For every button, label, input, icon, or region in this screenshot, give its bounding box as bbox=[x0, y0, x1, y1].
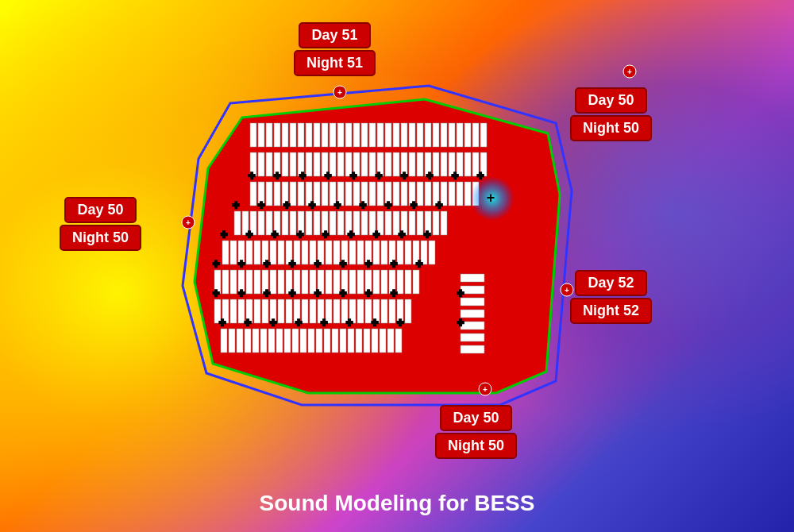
svg-rect-163 bbox=[349, 270, 356, 294]
svg-text:+: + bbox=[246, 228, 252, 241]
svg-rect-222 bbox=[461, 298, 484, 306]
svg-rect-26 bbox=[433, 123, 439, 147]
svg-rect-84 bbox=[417, 182, 423, 206]
svg-rect-129 bbox=[302, 241, 308, 264]
svg-text:+: + bbox=[483, 385, 488, 394]
right-night-label: Night 52 bbox=[570, 298, 652, 324]
svg-rect-6 bbox=[274, 123, 280, 147]
svg-rect-123 bbox=[254, 241, 260, 264]
svg-text:+: + bbox=[452, 169, 458, 182]
svg-text:+: + bbox=[627, 67, 632, 76]
svg-text:+: + bbox=[391, 257, 397, 270]
svg-rect-11 bbox=[314, 123, 320, 147]
svg-rect-57 bbox=[441, 152, 447, 176]
top-right-day-label: Day 50 bbox=[575, 87, 646, 114]
svg-rect-183 bbox=[302, 299, 308, 323]
svg-rect-35 bbox=[266, 152, 272, 176]
svg-rect-79 bbox=[377, 182, 384, 206]
svg-rect-75 bbox=[345, 182, 352, 206]
svg-text:+: + bbox=[401, 169, 407, 182]
svg-rect-218 bbox=[387, 329, 394, 353]
svg-rect-132 bbox=[326, 241, 332, 264]
svg-text:+: + bbox=[289, 287, 295, 299]
svg-text:+: + bbox=[373, 228, 380, 241]
svg-rect-120 bbox=[230, 241, 237, 264]
svg-text:+: + bbox=[264, 257, 270, 270]
svg-text:+: + bbox=[272, 228, 278, 241]
svg-rect-178 bbox=[262, 299, 268, 323]
svg-rect-82 bbox=[401, 182, 407, 206]
svg-text:+: + bbox=[314, 257, 321, 270]
svg-rect-208 bbox=[308, 329, 314, 353]
svg-rect-220 bbox=[461, 274, 484, 282]
svg-rect-56 bbox=[433, 152, 439, 176]
svg-text:+: + bbox=[376, 169, 382, 182]
svg-rect-190 bbox=[357, 299, 364, 323]
svg-rect-40 bbox=[306, 152, 312, 176]
svg-rect-53 bbox=[409, 152, 415, 176]
svg-text:+: + bbox=[186, 218, 191, 227]
svg-text:+: + bbox=[397, 316, 403, 329]
svg-rect-201 bbox=[252, 329, 259, 353]
top-right-label-group: Day 50 Night 50 bbox=[570, 87, 652, 141]
svg-rect-17 bbox=[361, 123, 368, 147]
bottom-label-group: Day 50 Night 50 bbox=[435, 405, 517, 459]
svg-text:+: + bbox=[334, 199, 341, 211]
right-day-label: Day 52 bbox=[575, 270, 646, 296]
svg-rect-145 bbox=[429, 241, 435, 264]
svg-rect-99 bbox=[290, 211, 296, 235]
svg-rect-226 bbox=[461, 345, 484, 353]
svg-text:+: + bbox=[457, 316, 464, 329]
page-title: Sound Modeling for BESS bbox=[0, 491, 794, 516]
right-label-group: Day 52 Night 52 bbox=[570, 270, 652, 324]
svg-rect-16 bbox=[353, 123, 360, 147]
svg-rect-50 bbox=[385, 152, 391, 176]
svg-rect-180 bbox=[278, 299, 284, 323]
left-label-group: Day 50 Night 50 bbox=[60, 197, 141, 251]
svg-rect-169 bbox=[397, 270, 403, 294]
svg-rect-125 bbox=[270, 241, 276, 264]
svg-rect-170 bbox=[405, 270, 411, 294]
svg-text:+: + bbox=[340, 287, 346, 299]
svg-rect-148 bbox=[230, 270, 237, 294]
svg-rect-150 bbox=[246, 270, 252, 294]
svg-rect-191 bbox=[365, 299, 372, 323]
svg-rect-223 bbox=[461, 310, 484, 318]
svg-rect-104 bbox=[330, 211, 336, 235]
svg-rect-147 bbox=[222, 270, 229, 294]
left-day-label: Day 50 bbox=[64, 197, 136, 223]
svg-rect-154 bbox=[278, 270, 284, 294]
svg-rect-212 bbox=[340, 329, 346, 353]
svg-rect-10 bbox=[306, 123, 312, 147]
svg-rect-167 bbox=[381, 270, 387, 294]
svg-text:+: + bbox=[487, 190, 495, 206]
svg-rect-51 bbox=[393, 152, 399, 176]
svg-text:+: + bbox=[416, 257, 422, 270]
svg-text:+: + bbox=[249, 169, 255, 182]
svg-rect-214 bbox=[356, 329, 362, 353]
svg-rect-193 bbox=[381, 299, 387, 323]
svg-rect-175 bbox=[238, 299, 245, 323]
svg-text:+: + bbox=[424, 228, 430, 241]
svg-rect-68 bbox=[290, 182, 296, 206]
svg-text:+: + bbox=[360, 199, 366, 211]
svg-rect-31 bbox=[472, 123, 479, 147]
svg-rect-224 bbox=[461, 322, 484, 330]
svg-rect-90 bbox=[464, 182, 471, 206]
svg-rect-81 bbox=[393, 182, 399, 206]
svg-text:+: + bbox=[213, 257, 219, 270]
svg-rect-213 bbox=[348, 329, 354, 353]
svg-text:+: + bbox=[346, 316, 353, 329]
svg-text:+: + bbox=[391, 287, 397, 299]
svg-rect-118 bbox=[441, 211, 447, 235]
svg-rect-37 bbox=[282, 152, 288, 176]
top-label-group: Day 51 Night 51 bbox=[294, 22, 376, 76]
svg-text:+: + bbox=[274, 169, 280, 182]
svg-rect-177 bbox=[254, 299, 260, 323]
svg-rect-63 bbox=[250, 182, 256, 206]
svg-text:+: + bbox=[233, 199, 239, 211]
svg-rect-47 bbox=[361, 152, 368, 176]
svg-rect-204 bbox=[276, 329, 283, 353]
svg-text:+: + bbox=[213, 287, 219, 299]
svg-rect-32 bbox=[480, 123, 487, 147]
